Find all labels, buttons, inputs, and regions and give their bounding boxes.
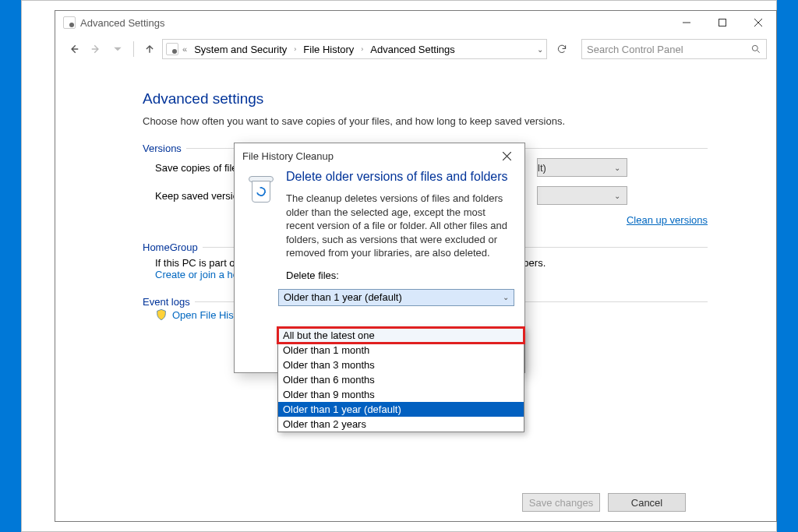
cleanup-versions-link[interactable]: Clean up versions xyxy=(627,214,708,226)
address-history-button[interactable]: ⌄ xyxy=(537,45,546,54)
delete-files-dropdown-list: All but the latest oneOlder than 1 month… xyxy=(277,327,524,432)
chevron-right-icon[interactable]: › xyxy=(358,45,365,53)
breadcrumb-seg-0[interactable]: System and Security xyxy=(191,44,290,55)
control-panel-icon xyxy=(166,43,178,55)
group-versions-label: Versions xyxy=(143,143,186,154)
app-icon xyxy=(63,16,76,29)
breadcrumb-seg-1[interactable]: File History xyxy=(300,44,357,55)
delete-files-dropdown[interactable]: Older than 1 year (default) ⌄ xyxy=(278,289,514,306)
save-changes-button[interactable]: Save changes xyxy=(522,493,600,512)
delete-files-value: Older than 1 year (default) xyxy=(284,291,402,303)
dropdown-item[interactable]: Older than 1 year (default) xyxy=(278,402,524,417)
svg-rect-0 xyxy=(719,19,726,26)
open-file-history-link[interactable]: Open File Hist xyxy=(172,309,236,321)
dialog-close-button[interactable] xyxy=(493,146,520,165)
dropdown-item[interactable]: Older than 2 years xyxy=(278,417,524,432)
dialog-heading: Delete older versions of files and folde… xyxy=(286,170,514,184)
close-button[interactable] xyxy=(740,11,776,34)
group-homegroup-label: HomeGroup xyxy=(143,241,203,253)
nav-recent-button[interactable] xyxy=(108,40,127,58)
recycle-bin-icon xyxy=(245,170,278,204)
dialog-title: File History Cleanup xyxy=(235,143,524,168)
nav-row: « System and Security › File History › A… xyxy=(55,34,776,64)
create-homegroup-link[interactable]: Create or join a ho xyxy=(155,269,238,280)
refresh-button[interactable] xyxy=(550,44,574,55)
dropdown-item[interactable]: All but the latest one xyxy=(278,328,524,343)
dropdown-item[interactable]: Older than 6 months xyxy=(278,372,524,387)
search-icon xyxy=(750,44,761,55)
titlebar: Advanced Settings xyxy=(55,11,776,34)
homegroup-text-prefix: If this PC is part of xyxy=(155,257,238,269)
breadcrumb-seg-2[interactable]: Advanced Settings xyxy=(367,44,457,55)
group-eventlogs-label: Event logs xyxy=(143,296,195,308)
chevron-right-icon[interactable]: › xyxy=(291,45,298,53)
nav-back-button[interactable] xyxy=(65,40,83,58)
dropdown-item[interactable]: Older than 9 months xyxy=(278,387,524,402)
svg-point-1 xyxy=(752,45,757,51)
shield-icon xyxy=(155,308,168,321)
dialog-body-text: The cleanup deletes versions of files an… xyxy=(286,192,514,260)
nav-forward-button[interactable] xyxy=(87,40,105,58)
search-placeholder: Search Control Panel xyxy=(587,44,750,55)
dropdown-item[interactable]: Older than 1 month xyxy=(278,343,524,358)
address-bar[interactable]: « System and Security › File History › A… xyxy=(162,39,547,59)
search-input[interactable]: Search Control Panel xyxy=(581,39,767,59)
page-description: Choose how often you want to save copies… xyxy=(143,115,708,127)
cancel-button[interactable]: Cancel xyxy=(608,493,686,512)
minimize-button[interactable] xyxy=(669,11,704,34)
save-copies-dropdown[interactable]: lt)⌄ xyxy=(537,158,627,177)
delete-files-label: Delete files: xyxy=(286,270,514,281)
keep-versions-dropdown[interactable]: ⌄ xyxy=(537,186,627,205)
nav-up-button[interactable] xyxy=(140,40,159,58)
maximize-button[interactable] xyxy=(704,11,740,34)
window-title: Advanced Settings xyxy=(80,17,164,29)
page-heading: Advanced settings xyxy=(143,90,708,107)
dropdown-item[interactable]: Older than 3 months xyxy=(278,358,524,372)
breadcrumb-root-chevron[interactable]: « xyxy=(180,44,189,54)
